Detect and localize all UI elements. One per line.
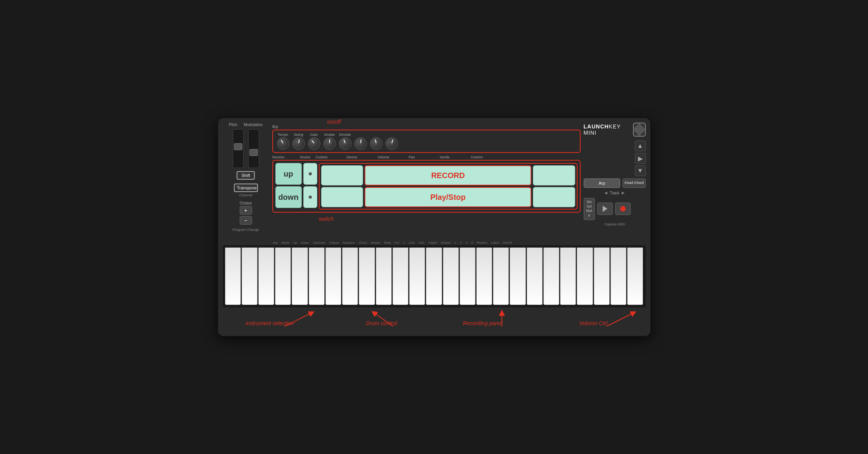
- drum-pad-top[interactable]: [303, 163, 317, 185]
- white-key-1[interactable]: [225, 248, 241, 305]
- shift-button[interactable]: Shift: [237, 171, 254, 180]
- knob-group-swing: Swing: [292, 133, 305, 150]
- transpose-section: Transpose Channel: [234, 184, 258, 197]
- pad-label-custom2: Custom: [471, 155, 502, 159]
- knob-label-tempo: Tempo: [278, 133, 288, 137]
- pitch-slider[interactable]: [233, 129, 244, 168]
- white-key-18[interactable]: [510, 248, 526, 305]
- white-key-10[interactable]: [376, 248, 392, 305]
- track-row: ◄ Track ►: [584, 190, 646, 196]
- octave-key-label: Octave: [441, 241, 450, 244]
- white-key-15[interactable]: [460, 248, 475, 305]
- play-button[interactable]: [597, 203, 613, 215]
- record-pad[interactable]: RECORD: [365, 165, 531, 185]
- main-pad-1[interactable]: [321, 165, 363, 185]
- white-key-4[interactable]: [275, 248, 291, 305]
- white-key-5[interactable]: [292, 248, 308, 305]
- white-key-16[interactable]: [476, 248, 492, 305]
- knob-label-mutate: Mutate: [324, 133, 335, 137]
- knob-mutate[interactable]: [323, 137, 336, 150]
- modulation-slider[interactable]: [248, 129, 259, 168]
- drum-pad-bottom[interactable]: [303, 186, 317, 208]
- mute-label: Mut: [586, 209, 592, 213]
- knob-swing[interactable]: [292, 137, 305, 150]
- mode-label: Mode: [282, 241, 289, 244]
- nav-up-button[interactable]: ▲: [635, 140, 646, 151]
- white-key-12[interactable]: [409, 248, 425, 305]
- stop-solo-mute-button[interactable]: Sto Sol Mut e: [584, 198, 595, 220]
- track-next-button[interactable]: ►: [621, 190, 626, 196]
- white-key-23[interactable]: [594, 248, 610, 305]
- white-key-20[interactable]: [543, 248, 559, 305]
- white-key-11[interactable]: [393, 248, 408, 305]
- record-dot: [620, 206, 626, 211]
- pad-label-drums: Drums: [300, 155, 316, 159]
- white-key-2[interactable]: [242, 248, 258, 305]
- main-pads-grid: RECORD Play/Stop: [319, 163, 578, 210]
- pitch-label: Pitch: [229, 123, 237, 127]
- white-key-24[interactable]: [610, 248, 626, 305]
- knob-label-gate: Gate: [310, 133, 318, 137]
- nav-right-button[interactable]: ▶: [635, 153, 646, 164]
- main-pad-3[interactable]: [321, 187, 363, 207]
- track-prev-button[interactable]: ◄: [603, 190, 608, 196]
- white-key-7[interactable]: [325, 248, 341, 305]
- brand-logo: [633, 123, 646, 137]
- arp-section-label: Arp: [272, 125, 278, 129]
- white-key-14[interactable]: [443, 248, 459, 305]
- logo-shape: [633, 123, 646, 136]
- white-keys-row: [225, 248, 643, 305]
- main-pad-4[interactable]: [533, 187, 575, 207]
- play-stop-pad[interactable]: Play/Stop: [365, 187, 531, 207]
- brand-row: LAUNCHKEY MINI: [584, 123, 646, 137]
- white-key-3[interactable]: [258, 248, 274, 305]
- octave-plus-button[interactable]: +: [240, 206, 252, 215]
- up-label: Up: [293, 241, 297, 244]
- knob-group-6: [354, 133, 367, 150]
- pad-label-device: Device: [347, 155, 378, 159]
- knob-tempo[interactable]: [277, 137, 289, 150]
- down-pad[interactable]: down: [275, 186, 302, 208]
- knob-7[interactable]: [370, 137, 382, 150]
- knob-gate[interactable]: [308, 137, 320, 150]
- oct-4-label: 4: [471, 241, 473, 244]
- up-pad[interactable]: up: [275, 163, 302, 185]
- white-key-22[interactable]: [577, 248, 593, 305]
- white-key-21[interactable]: [560, 248, 576, 305]
- knob-label-deviate: Deviate: [339, 133, 351, 137]
- white-key-25[interactable]: [627, 248, 643, 305]
- main-pad-2[interactable]: [533, 165, 575, 185]
- transport-section: Sto Sol Mut e: [584, 198, 646, 220]
- white-key-19[interactable]: [527, 248, 543, 305]
- rate-1-32-label: 1/32: [418, 241, 425, 244]
- fixed-chord-button[interactable]: Fixed Chord: [622, 178, 645, 188]
- play-icon: [603, 206, 607, 212]
- modulation-label: Modulation: [244, 123, 263, 127]
- oct-2-label: 2: [460, 241, 462, 244]
- white-key-9[interactable]: [359, 248, 375, 305]
- updown-label: Up/Down: [313, 241, 326, 244]
- drum-column: [303, 163, 317, 210]
- white-key-6[interactable]: [309, 248, 325, 305]
- knob-label-swing: Swing: [294, 133, 303, 137]
- arp-button[interactable]: Arp: [584, 178, 621, 188]
- white-key-17[interactable]: [493, 248, 509, 305]
- piano-keyboard: [223, 245, 646, 307]
- knob-group-deviate: Deviate: [339, 133, 351, 150]
- knob-deviate[interactable]: [339, 137, 351, 150]
- white-key-8[interactable]: [342, 248, 358, 305]
- record-button[interactable]: [615, 203, 631, 215]
- knob-6[interactable]: [354, 137, 367, 150]
- transpose-button[interactable]: Transpose: [234, 184, 258, 192]
- knob-8[interactable]: [386, 137, 398, 150]
- brand-bold: LAUNCH: [584, 123, 609, 130]
- recording-panel-label: Recording panel: [463, 320, 503, 326]
- nav-down-button[interactable]: ▼: [635, 165, 646, 176]
- white-key-13[interactable]: [426, 248, 442, 305]
- knob-group-8: [386, 133, 398, 150]
- pad-label-volume: Volume: [378, 155, 409, 159]
- pads-row-bottom: Play/Stop: [321, 187, 575, 207]
- mutate-key-label: Mutate: [371, 241, 380, 244]
- octave-minus-button[interactable]: −: [240, 216, 252, 225]
- svg-line-3: [607, 313, 634, 326]
